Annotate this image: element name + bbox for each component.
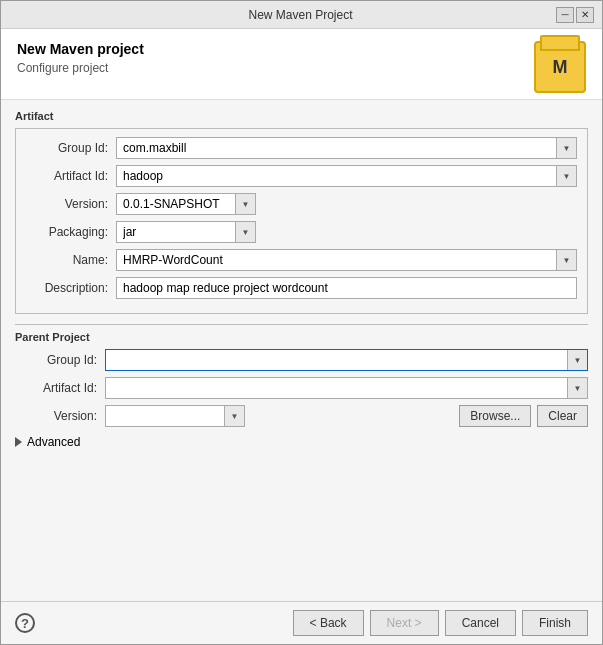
artifact-artifact-id-label: Artifact Id:	[26, 169, 116, 183]
advanced-triangle-icon	[15, 437, 22, 447]
artifact-artifact-id-wrap: ▼	[116, 165, 577, 187]
browse-button[interactable]: Browse...	[459, 405, 531, 427]
parent-version-dropdown[interactable]: ▼	[224, 406, 244, 426]
title-bar-controls: ─ ✕	[556, 7, 594, 23]
dialog-buttons: < Back Next > Cancel Finish	[293, 610, 588, 636]
parent-artifact-id-label: Artifact Id:	[15, 381, 105, 395]
parent-artifact-id-row: Artifact Id: ▼	[15, 377, 588, 399]
artifact-name-row: Name: ▼	[26, 249, 577, 271]
artifact-packaging-wrap: ▼	[116, 221, 256, 243]
artifact-artifact-id-control: ▼	[116, 165, 577, 187]
parent-version-input[interactable]	[106, 406, 224, 426]
header-left: New Maven project Configure project	[17, 41, 144, 75]
artifact-packaging-dropdown[interactable]: ▼	[235, 222, 255, 242]
dialog-body: Artifact Group Id: ▼ Artifact Id:	[1, 100, 602, 601]
parent-group-id-dropdown[interactable]: ▼	[567, 350, 587, 370]
artifact-artifact-id-dropdown[interactable]: ▼	[556, 166, 576, 186]
minimize-button[interactable]: ─	[556, 7, 574, 23]
advanced-toggle[interactable]: Advanced	[15, 435, 588, 449]
artifact-artifact-id-input[interactable]	[117, 166, 556, 186]
artifact-group-id-field-wrap: ▼	[116, 137, 577, 159]
artifact-packaging-row: Packaging: ▼	[26, 221, 577, 243]
maven-icon: M	[534, 41, 586, 93]
artifact-version-row: Version: ▼	[26, 193, 577, 215]
artifact-group-id-input[interactable]	[117, 138, 556, 158]
parent-artifact-id-wrap: ▼	[105, 377, 588, 399]
dialog-main-title: New Maven project	[17, 41, 144, 57]
dialog-subtitle: Configure project	[17, 61, 144, 75]
artifact-group-id-dropdown[interactable]: ▼	[556, 138, 576, 158]
artifact-name-wrap: ▼	[116, 249, 577, 271]
cancel-button[interactable]: Cancel	[445, 610, 516, 636]
artifact-packaging-control: ▼	[116, 221, 577, 243]
dialog-window: New Maven Project ─ ✕ New Maven project …	[0, 0, 603, 645]
parent-artifact-id-dropdown[interactable]: ▼	[567, 378, 587, 398]
parent-section-label: Parent Project	[15, 324, 588, 343]
artifact-group-id-control: ▼	[116, 137, 577, 159]
close-button[interactable]: ✕	[576, 7, 594, 23]
advanced-label: Advanced	[27, 435, 80, 449]
artifact-name-label: Name:	[26, 253, 116, 267]
button-row: ? < Back Next > Cancel Finish	[1, 601, 602, 644]
artifact-description-label: Description:	[26, 281, 116, 295]
artifact-description-input[interactable]	[116, 277, 577, 299]
dialog-title: New Maven Project	[45, 8, 556, 22]
artifact-version-label: Version:	[26, 197, 116, 211]
parent-group-id-input[interactable]	[106, 350, 567, 370]
back-button[interactable]: < Back	[293, 610, 364, 636]
artifact-name-control: ▼	[116, 249, 577, 271]
artifact-packaging-input[interactable]	[117, 222, 235, 242]
artifact-packaging-label: Packaging:	[26, 225, 116, 239]
artifact-version-wrap: ▼	[116, 193, 256, 215]
help-button[interactable]: ?	[15, 613, 35, 633]
parent-group-id-control: ▼	[105, 349, 588, 371]
parent-artifact-id-input[interactable]	[106, 378, 567, 398]
parent-version-row: Version: ▼ Browse... Clear	[15, 405, 588, 427]
parent-group-id-row: Group Id: ▼	[15, 349, 588, 371]
parent-artifact-id-control: ▼	[105, 377, 588, 399]
parent-version-label: Version:	[15, 409, 105, 423]
parent-version-control: ▼ Browse... Clear	[105, 405, 588, 427]
parent-group-id-label: Group Id:	[15, 353, 105, 367]
parent-group-id-wrap: ▼	[105, 349, 588, 371]
artifact-artifact-id-row: Artifact Id: ▼	[26, 165, 577, 187]
artifact-version-dropdown[interactable]: ▼	[235, 194, 255, 214]
next-button[interactable]: Next >	[370, 610, 439, 636]
artifact-group-id-row: Group Id: ▼	[26, 137, 577, 159]
title-bar: New Maven Project ─ ✕	[1, 1, 602, 29]
artifact-group-id-label: Group Id:	[26, 141, 116, 155]
artifact-name-input[interactable]	[117, 250, 556, 270]
parent-version-wrap: ▼	[105, 405, 245, 427]
artifact-description-control	[116, 277, 577, 299]
artifact-description-row: Description:	[26, 277, 577, 299]
dialog-header: New Maven project Configure project M	[1, 29, 602, 100]
artifact-version-input[interactable]	[117, 194, 235, 214]
artifact-section: Group Id: ▼ Artifact Id: ▼	[15, 128, 588, 314]
artifact-section-label: Artifact	[15, 110, 588, 122]
artifact-name-dropdown[interactable]: ▼	[556, 250, 576, 270]
finish-button[interactable]: Finish	[522, 610, 588, 636]
artifact-version-control: ▼	[116, 193, 577, 215]
clear-button[interactable]: Clear	[537, 405, 588, 427]
